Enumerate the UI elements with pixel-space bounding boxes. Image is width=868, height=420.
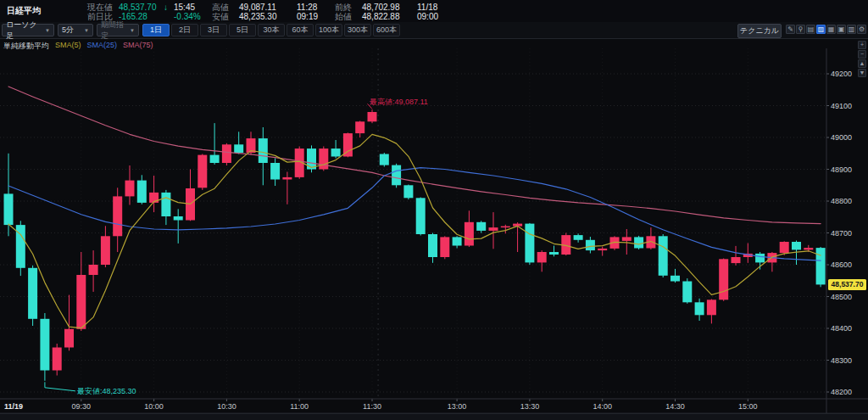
grid-icon[interactable]: ▦ <box>826 25 836 34</box>
low-label: 安値 <box>212 13 229 21</box>
chevron-down-icon: ▼ <box>126 28 135 33</box>
period-button-300本[interactable]: 300本 <box>344 24 371 36</box>
chevron-down-icon: ▼ <box>81 28 89 33</box>
range-select[interactable]: 期間指定 ▼ <box>97 24 139 36</box>
period-button-100本[interactable]: 100本 <box>315 24 342 36</box>
svg-text:48500: 48500 <box>831 293 852 301</box>
interval-value: 5分 <box>62 25 74 36</box>
zoom-out-icon[interactable]: − <box>858 50 866 59</box>
svg-text:48600: 48600 <box>831 260 852 269</box>
open-label: 始値 <box>335 13 352 21</box>
open-value: 48,822.88 <box>362 13 400 21</box>
high-time: 11:28 <box>297 3 317 12</box>
settings-gear-icon[interactable]: ⚙ <box>857 25 866 34</box>
draw-pencil-icon[interactable]: ✎ <box>786 25 795 34</box>
prev-close-label: 前終 <box>335 3 352 12</box>
direction-down-icon: ↓ <box>164 3 168 12</box>
scroll-up-icon[interactable]: ▲ <box>858 59 866 68</box>
svg-text:10:30: 10:30 <box>217 402 236 411</box>
chart-style-icon[interactable]: ▨ <box>816 25 826 34</box>
svg-text:48400: 48400 <box>831 324 852 333</box>
period-button-5日[interactable]: 5日 <box>229 24 256 36</box>
low-value: 48,235.30 <box>239 13 277 21</box>
period-button-3日[interactable]: 3日 <box>200 24 227 36</box>
svg-text:49200: 49200 <box>831 70 852 78</box>
low-time: 09:19 <box>297 13 318 21</box>
chart-toolbar: ローソク足 ▼ 5分 ▼ 期間指定 ▼ 1日2日3日5日30本60本100本30… <box>0 22 868 39</box>
chevron-down-icon: ▼ <box>42 28 50 33</box>
high-value: 49,087.11 <box>239 3 276 12</box>
range-value: 期間指定 <box>101 20 126 42</box>
scroll-down-icon[interactable]: ▼ <box>858 69 866 77</box>
interval-select[interactable]: 5分 ▼ <box>58 24 93 36</box>
svg-text:最安値:48,235.30: 最安値:48,235.30 <box>76 387 136 395</box>
export-icon[interactable]: ▤ <box>806 25 815 34</box>
svg-text:48700: 48700 <box>831 229 852 238</box>
zoom-in-icon[interactable]: + <box>858 41 866 49</box>
prev-close-value: 48,702.98 <box>362 3 400 12</box>
bottom-strip <box>0 413 868 420</box>
period-button-60本[interactable]: 60本 <box>287 24 314 36</box>
prev-close-date: 11/18 <box>417 3 437 12</box>
svg-text:48300: 48300 <box>831 356 852 365</box>
svg-text:48200: 48200 <box>831 388 852 396</box>
current-price-label: 現在値 <box>87 3 113 12</box>
period-button-2日[interactable]: 2日 <box>171 24 198 36</box>
svg-text:09:30: 09:30 <box>72 402 92 411</box>
period-button-600本[interactable]: 600本 <box>373 24 400 36</box>
svg-text:11/19: 11/19 <box>4 402 23 411</box>
zoom-magnifier-icon[interactable]: ⚲ <box>796 25 805 34</box>
svg-text:48,537.70: 48,537.70 <box>832 280 864 288</box>
svg-text:11:30: 11:30 <box>363 402 381 411</box>
svg-text:14:30: 14:30 <box>665 402 685 411</box>
quote-header: 日経平均 現在値 48,537.70 ↓ 15:45 前日比 -165.28 -… <box>0 0 868 22</box>
price-chart-svg[interactable]: 4820048300484004850048600487004880048900… <box>0 48 868 413</box>
current-price-value: 48,537.70 <box>119 3 157 12</box>
technical-button[interactable]: テクニカル <box>737 24 782 38</box>
svg-text:49100: 49100 <box>831 102 852 110</box>
instrument-title: 日経平均 <box>7 7 41 15</box>
chart-type-value: ローソク足 <box>6 20 42 42</box>
chart-type-select[interactable]: ローソク足 ▼ <box>2 24 54 36</box>
svg-text:48800: 48800 <box>831 197 852 205</box>
folder-icon[interactable]: ▥ <box>847 25 856 34</box>
svg-text:11:00: 11:00 <box>290 402 309 411</box>
period-button-30本[interactable]: 30本 <box>258 24 285 36</box>
svg-text:13:00: 13:00 <box>448 402 467 411</box>
period-button-1日[interactable]: 1日 <box>142 24 170 36</box>
save-icon[interactable]: ▣ <box>837 25 846 34</box>
svg-text:13:30: 13:30 <box>520 402 540 411</box>
change-percent: -0.34% <box>174 13 201 21</box>
svg-text:48900: 48900 <box>831 165 852 174</box>
svg-text:15:00: 15:00 <box>738 402 758 411</box>
svg-text:49000: 49000 <box>831 133 852 142</box>
high-label: 高値 <box>212 3 229 12</box>
svg-text:最高値:49,087.11: 最高値:49,087.11 <box>369 98 428 106</box>
current-price-time: 15:45 <box>174 3 195 12</box>
svg-text:10:00: 10:00 <box>144 402 164 411</box>
open-time: 09:00 <box>417 13 438 21</box>
svg-text:14:00: 14:00 <box>593 402 612 411</box>
chart-area: 単純移動平均 SMA(5)SMA(25)SMA(75) 482004830048… <box>0 39 868 420</box>
